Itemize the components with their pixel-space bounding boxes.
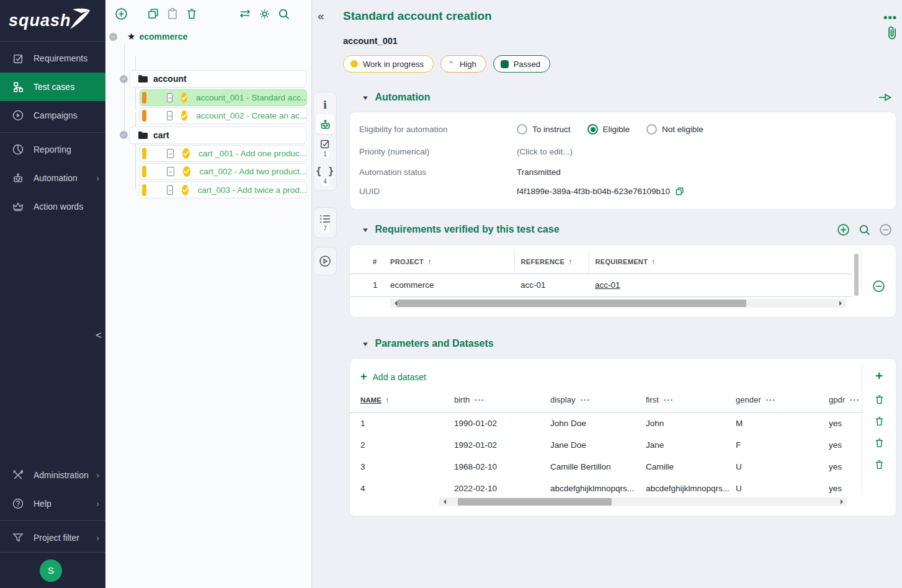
tab-parameters[interactable]: { } 4: [316, 161, 334, 189]
scrollbar-thumb[interactable]: [397, 300, 746, 307]
collapse-minus-icon[interactable]: −: [109, 33, 117, 41]
delete-dataset-trash-icon[interactable]: [874, 453, 885, 475]
chevron-down-icon[interactable]: ▾: [363, 94, 368, 102]
gear-icon[interactable]: [257, 7, 271, 20]
sidebar-item-reporting[interactable]: Reporting: [0, 135, 105, 164]
kebab-menu-icon[interactable]: ···: [850, 395, 860, 404]
link-requirement-plus-icon[interactable]: [837, 223, 850, 236]
tree-item-cart-002[interactable]: − cart_002 - Add two product...: [140, 163, 307, 180]
scroll-left-icon[interactable]: [392, 301, 397, 306]
automation-card: Eligibility for automation To instruct E…: [349, 112, 896, 210]
radio-icon: [587, 124, 598, 135]
datasets-card: + Add a dataset NAME↑ birth··· display··…: [349, 358, 896, 517]
status-chip-work-in-progress[interactable]: Work in progress: [343, 55, 434, 73]
tree-folder-cart[interactable]: cart: [129, 127, 306, 144]
scroll-left-icon[interactable]: [441, 499, 446, 504]
sidebar-item-action-words[interactable]: Action words: [0, 192, 105, 221]
tree-root-project[interactable]: − ★ ecommerce: [109, 30, 187, 43]
cell-gender: U: [736, 478, 829, 499]
sidebar-item-automation[interactable]: Automation ›: [0, 164, 105, 192]
uuid-value: f4f1899e-389a-4f3b-b04b-623e76109b10: [517, 187, 670, 196]
create-plus-icon[interactable]: [114, 7, 128, 20]
tab-automation[interactable]: [316, 114, 334, 134]
tree-item-cart-001[interactable]: − cart _001 - Add one produc...: [140, 145, 307, 162]
execution-chip-passed[interactable]: Passed: [493, 55, 550, 73]
attachments-paperclip-icon[interactable]: [887, 25, 897, 41]
add-parameter-plus-icon[interactable]: +: [875, 363, 883, 388]
chevron-down-icon[interactable]: ▾: [363, 340, 368, 348]
collapse-minus-icon[interactable]: −: [120, 131, 128, 139]
column-header-project[interactable]: PROJECT↑: [390, 250, 514, 274]
column-header-reference[interactable]: REFERENCE↑: [514, 250, 589, 274]
minus-square-icon[interactable]: −: [167, 167, 174, 176]
column-header-display[interactable]: display···: [550, 388, 646, 412]
kebab-menu-icon[interactable]: ···: [475, 395, 484, 404]
column-header-name[interactable]: NAME↑: [350, 388, 454, 412]
sidebar-item-requirements[interactable]: Requirements: [0, 44, 105, 73]
tree-item-account-001[interactable]: − account_001 - Standard acc...: [140, 89, 307, 106]
column-header-requirement[interactable]: REQUIREMENT↑: [589, 250, 852, 274]
sidebar-item-campaigns[interactable]: Campaigns: [0, 101, 105, 130]
horizontal-scrollbar[interactable]: [439, 497, 847, 506]
unlink-requirement-minus-icon[interactable]: [879, 223, 892, 236]
more-menu-icon[interactable]: •••: [883, 11, 897, 24]
tab-run[interactable]: [316, 249, 334, 273]
radio-not-eligible[interactable]: Not eligible: [646, 124, 703, 135]
tab-information[interactable]: i: [316, 94, 334, 114]
sidebar-item-administration[interactable]: Administration ›: [0, 461, 105, 489]
radio-to-instruct[interactable]: To instruct: [517, 124, 571, 135]
search-requirement-icon[interactable]: [858, 223, 871, 236]
scroll-right-icon[interactable]: [839, 301, 844, 306]
importance-chip-high[interactable]: ⌃ High: [440, 55, 486, 73]
chevron-down-icon[interactable]: ▾: [363, 226, 368, 234]
kebab-menu-icon[interactable]: ···: [580, 395, 590, 404]
delete-dataset-trash-icon[interactable]: [874, 432, 885, 453]
delete-dataset-trash-icon[interactable]: [874, 388, 885, 410]
transmit-arrow-icon[interactable]: [878, 91, 892, 104]
delete-dataset-trash-icon[interactable]: [874, 410, 885, 432]
sidebar-collapse-chevron[interactable]: <: [94, 327, 104, 344]
paste-clipboard-icon[interactable]: [166, 7, 179, 20]
tab-executions-list[interactable]: 7: [316, 210, 334, 236]
priority-editable-value[interactable]: (Click to edit...): [517, 147, 573, 156]
minus-square-icon[interactable]: −: [167, 93, 172, 102]
kebab-menu-icon[interactable]: ···: [766, 395, 775, 404]
column-header-gpdr[interactable]: gpdr···: [829, 388, 863, 412]
horizontal-scrollbar[interactable]: [390, 299, 846, 308]
add-dataset-button[interactable]: + Add a dataset: [360, 370, 426, 383]
requirement-link[interactable]: acc-01: [595, 280, 620, 290]
kebab-menu-icon[interactable]: ···: [664, 395, 674, 404]
automation-status-value: Transmitted: [517, 167, 561, 177]
sidebar-item-help[interactable]: Help ›: [0, 489, 105, 518]
column-header-birth[interactable]: birth···: [454, 388, 550, 412]
column-header-gender[interactable]: gender···: [736, 388, 829, 412]
tab-steps[interactable]: 1: [316, 134, 334, 161]
sidebar-item-test-cases[interactable]: Test cases: [0, 73, 105, 101]
copy-uuid-icon[interactable]: [675, 187, 684, 196]
tree-item-account-002[interactable]: − account_002 - Create an ac...: [140, 107, 307, 124]
minus-square-icon[interactable]: −: [167, 149, 174, 158]
collapse-panel-icon[interactable]: «: [318, 9, 324, 23]
sidebar-item-project-filter[interactable]: Project filter ›: [0, 523, 105, 552]
radio-eligible[interactable]: Eligible: [587, 124, 630, 135]
sidebar-item-label: Help: [33, 499, 51, 509]
scroll-right-icon[interactable]: [841, 499, 846, 504]
minus-square-icon[interactable]: −: [167, 111, 172, 120]
cell-first: Camille: [646, 456, 736, 478]
search-icon[interactable]: [277, 7, 290, 20]
tree-folder-account[interactable]: account: [129, 70, 306, 87]
minus-square-icon[interactable]: −: [167, 185, 173, 195]
eligibility-radio-group: To instruct Eligible Not eligible: [517, 124, 703, 135]
swap-arrows-icon[interactable]: [238, 7, 252, 20]
scrollbar-thumb[interactable]: [458, 498, 612, 506]
user-avatar[interactable]: S: [40, 559, 62, 582]
column-header-first[interactable]: first···: [646, 388, 736, 412]
delete-trash-icon[interactable]: [185, 7, 199, 20]
vertical-scrollbar[interactable]: [854, 254, 859, 296]
tree-item-cart-003[interactable]: − cart_003 - Add twice a prod...: [140, 182, 307, 198]
plus-icon: +: [360, 370, 367, 383]
copy-icon[interactable]: [146, 7, 160, 20]
collapse-minus-icon[interactable]: −: [120, 75, 128, 83]
unbind-requirement-icon[interactable]: [872, 280, 885, 293]
requirement-row: 1 ecommerce acc-01 acc-01: [350, 274, 852, 296]
